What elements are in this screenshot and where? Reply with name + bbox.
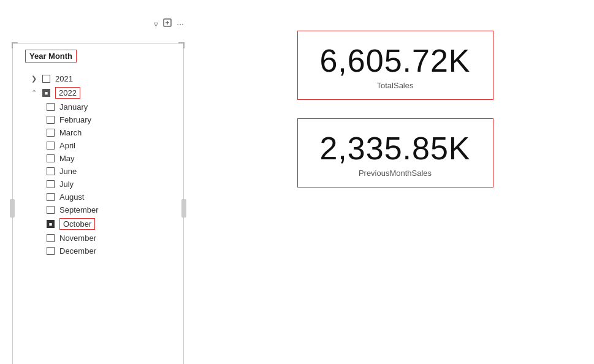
- year-2022-checkbox[interactable]: ■: [42, 89, 50, 97]
- month-september-checkbox[interactable]: [47, 206, 55, 214]
- month-august-label: August: [59, 192, 84, 202]
- month-july-label: July: [59, 180, 74, 189]
- month-september-label: September: [59, 205, 99, 214]
- month-february-checkbox[interactable]: [47, 116, 55, 124]
- filter-icon[interactable]: ▿: [154, 19, 158, 29]
- month-july-row[interactable]: July: [13, 178, 183, 191]
- month-april-row[interactable]: April: [13, 139, 183, 152]
- month-november-label: November: [59, 233, 96, 243]
- month-april-label: April: [59, 141, 75, 150]
- month-may-checkbox[interactable]: [47, 154, 55, 162]
- month-october-checkbox[interactable]: ■: [47, 220, 55, 228]
- month-january-checkbox[interactable]: [47, 103, 55, 111]
- month-march-label: March: [59, 128, 82, 137]
- slicer-toolbar: ▿ ···: [154, 18, 184, 29]
- month-july-checkbox[interactable]: [47, 180, 55, 188]
- kpi-total-sales-label: TotalSales: [377, 81, 414, 90]
- kpi-prev-month-sales-label: PreviousMonthSales: [359, 169, 432, 178]
- kpi-prev-month-sales-value: 2,335.85K: [319, 131, 470, 166]
- month-may-row[interactable]: May: [13, 152, 183, 165]
- year-2021-checkbox[interactable]: [42, 75, 50, 83]
- month-august-row[interactable]: August: [13, 191, 183, 203]
- expand-icon[interactable]: [163, 18, 172, 29]
- slicer-header: Year Month: [25, 50, 77, 63]
- year-2021-label: 2021: [55, 74, 73, 83]
- main-container: ▿ ··· Year Month ❯: [0, 0, 594, 364]
- month-december-row[interactable]: December: [13, 245, 183, 257]
- month-august-checkbox[interactable]: [47, 193, 55, 201]
- month-june-label: June: [59, 167, 77, 176]
- month-december-label: December: [59, 246, 96, 256]
- month-september-row[interactable]: September: [13, 203, 183, 216]
- more-icon[interactable]: ···: [177, 19, 184, 29]
- month-january-label: January: [59, 102, 88, 112]
- chevron-right-icon: ❯: [31, 75, 40, 83]
- month-november-checkbox[interactable]: [47, 234, 55, 242]
- kpi-total-sales-value: 6,605.72K: [319, 44, 470, 78]
- month-april-checkbox[interactable]: [47, 142, 55, 150]
- kpi-panel: 6,605.72K TotalSales 2,335.85K PreviousM…: [208, 31, 582, 188]
- month-march-checkbox[interactable]: [47, 129, 55, 137]
- kpi-card-total-sales: 6,605.72K TotalSales: [297, 31, 493, 100]
- chevron-down-icon: ⌃: [31, 89, 40, 97]
- month-june-row[interactable]: June: [13, 165, 183, 178]
- month-january-row[interactable]: January: [13, 100, 183, 113]
- month-february-label: February: [59, 115, 91, 124]
- year-2022-row[interactable]: ⌃ ■ 2022: [13, 85, 183, 100]
- month-february-row[interactable]: February: [13, 113, 183, 126]
- kpi-card-prev-month-sales: 2,335.85K PreviousMonthSales: [297, 118, 493, 188]
- month-may-label: May: [59, 154, 75, 163]
- month-november-row[interactable]: November: [13, 232, 183, 245]
- month-june-checkbox[interactable]: [47, 167, 55, 175]
- slicer-panel: Year Month ❯ 2021 ⌃ ■ 2022 January: [12, 43, 184, 364]
- month-october-label: October: [59, 218, 95, 230]
- year-2021-row[interactable]: ❯ 2021: [13, 72, 183, 85]
- year-2022-label: 2022: [55, 87, 80, 99]
- month-october-row[interactable]: ■ October: [13, 216, 183, 232]
- month-december-checkbox[interactable]: [47, 247, 55, 255]
- month-march-row[interactable]: March: [13, 126, 183, 139]
